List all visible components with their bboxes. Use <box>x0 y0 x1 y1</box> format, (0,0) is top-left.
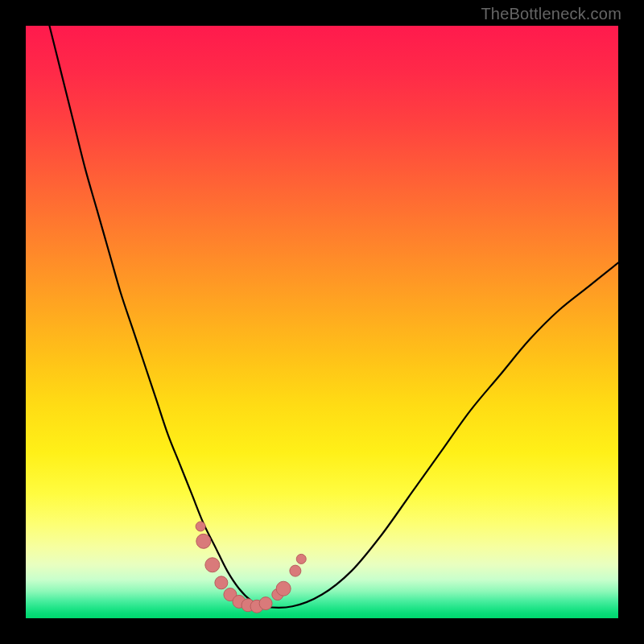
plot-area <box>26 26 618 618</box>
attribution-text: TheBottleneck.com <box>481 5 621 23</box>
curve-layer <box>26 26 618 618</box>
marker-point <box>205 558 220 572</box>
marker-point <box>196 534 211 548</box>
chart-frame: TheBottleneck.com <box>0 0 644 644</box>
marker-point <box>259 597 272 610</box>
bottleneck-curve <box>49 26 618 608</box>
marker-point <box>196 522 205 531</box>
marker-point <box>290 565 301 576</box>
marker-group <box>196 522 306 613</box>
marker-point <box>215 576 228 589</box>
marker-point <box>296 554 306 564</box>
marker-point <box>276 581 291 596</box>
